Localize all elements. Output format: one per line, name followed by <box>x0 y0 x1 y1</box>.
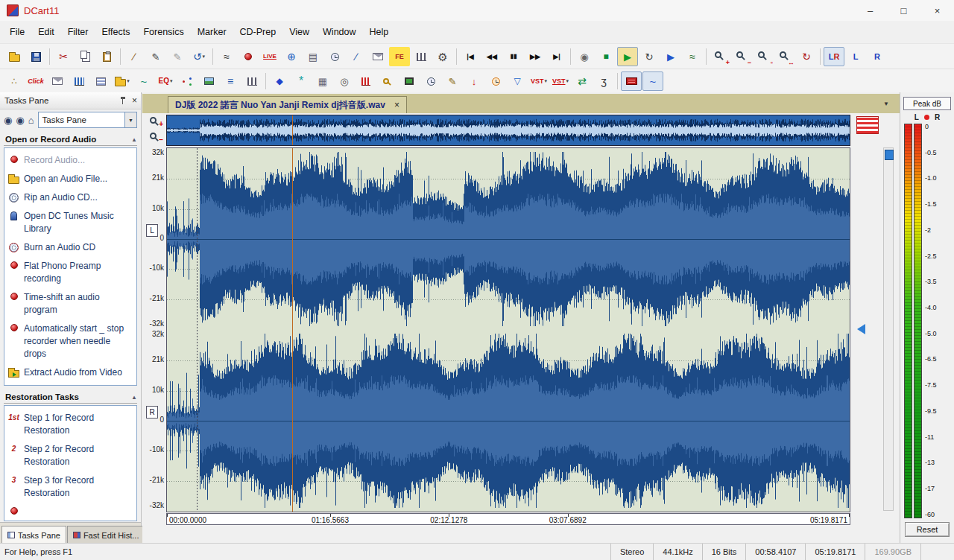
fast-forward-button[interactable]: ▶▶ <box>525 47 546 66</box>
comb-filter-button[interactable] <box>241 71 262 91</box>
zoom-out-button[interactable]: − <box>731 47 752 66</box>
scope-display-icon[interactable] <box>856 116 879 134</box>
equalizer-button[interactable]: EQ▾ <box>155 71 176 91</box>
filter-stack-button[interactable]: ≡ <box>220 71 241 91</box>
record-button[interactable]: ◉ <box>574 47 595 66</box>
menu-view[interactable]: View <box>282 23 316 41</box>
scalpel-tool-button[interactable]: ✎ <box>167 47 188 66</box>
task-item[interactable]: Automatically start _ stop recorder when… <box>6 319 135 363</box>
curve-tool-button[interactable]: ~ <box>133 71 154 91</box>
download-marker-button[interactable]: ↓ <box>464 71 484 91</box>
channel-left-button[interactable]: L <box>845 47 866 66</box>
live-mode-button[interactable]: LIVE <box>259 47 280 66</box>
mixer-console-button[interactable] <box>411 47 432 66</box>
menu-help[interactable]: Help <box>363 23 396 41</box>
task-item[interactable]: 3Step 3 for Record Restoration <box>6 471 135 503</box>
main-waveform[interactable] <box>166 147 850 512</box>
task-item[interactable]: 1stStep 1 for Record Restoration <box>6 409 135 440</box>
meter-reset-button[interactable]: Reset <box>905 522 950 537</box>
paste-clipboard-button[interactable] <box>96 47 117 66</box>
vertical-zoom-in-button[interactable]: + <box>148 115 165 130</box>
vertical-zoom-out-button[interactable]: − <box>148 130 165 145</box>
task-item[interactable]: Burn an Audio CD <box>6 238 135 257</box>
equalizer-dropdown-icon[interactable]: ▾ <box>170 78 173 84</box>
task-item[interactable]: Flat Phono Preamp recording <box>6 257 135 288</box>
mesh-filter-button[interactable]: ▦ <box>312 71 333 91</box>
task-item[interactable]: Record Audio... <box>6 151 135 170</box>
cut-selection-button[interactable]: ✂ <box>53 47 74 66</box>
menu-file[interactable]: File <box>3 23 31 41</box>
settings-gear-button[interactable]: ⚙ <box>432 47 453 66</box>
menu-cd-prep[interactable]: CD-Prep <box>233 23 283 41</box>
scheduler-clock-button[interactable] <box>324 47 345 66</box>
task-item[interactable]: Time-shift an audio program <box>6 288 135 319</box>
vertical-scrollbar[interactable] <box>883 147 894 511</box>
task-item[interactable] <box>6 503 135 518</box>
waveform-marker-button[interactable]: ≈ <box>216 47 237 66</box>
stereo-lr-button[interactable]: LR <box>824 47 844 66</box>
bass-clef-tool-button[interactable]: ʒ <box>593 71 614 91</box>
declick-tool-button[interactable]: Click <box>25 71 46 91</box>
rewind-button[interactable]: ◀◀ <box>481 47 502 66</box>
key-finder-button[interactable] <box>377 71 398 91</box>
zoom-refresh-button[interactable]: ↻ <box>796 47 817 66</box>
undo-button[interactable]: ↺▾ <box>189 47 209 66</box>
vst-plugins-dropdown-icon[interactable]: ▾ <box>545 78 548 84</box>
go-to-start-button[interactable]: |◀ <box>460 47 481 66</box>
chevron-down-icon[interactable]: ▼ <box>124 112 136 127</box>
web-globe-button[interactable]: ⊕ <box>281 47 302 66</box>
pause-button[interactable]: ▮▮ <box>503 47 524 66</box>
swap-channels-button[interactable]: ⇄ <box>572 71 593 91</box>
close-button[interactable]: × <box>920 0 954 21</box>
menu-effects[interactable]: Effects <box>95 23 136 41</box>
spectrogram-view-button[interactable] <box>90 71 111 91</box>
menu-filter[interactable]: Filter <box>61 23 95 41</box>
menu-edit[interactable]: Edit <box>31 23 61 41</box>
pane-tab-tasks-pane[interactable]: Tasks Pane <box>1 526 66 544</box>
picture-view-button[interactable] <box>198 71 219 91</box>
preview-filtered-button[interactable]: ▶ <box>660 47 681 66</box>
task-item[interactable]: Open DC Tunes Music Library <box>6 207 135 238</box>
level-meter-bars-button[interactable] <box>356 71 376 91</box>
task-item[interactable]: 2Step 2 for Record Restoration <box>6 440 135 471</box>
collapse-icon[interactable]: ▴ <box>133 136 136 143</box>
play-button[interactable]: ▶ <box>617 47 638 66</box>
file-converter-button[interactable]: ▾ <box>112 71 133 91</box>
control-bar-toggle-button[interactable] <box>621 71 642 91</box>
tab-list-dropdown-icon[interactable]: ▼ <box>883 101 889 107</box>
collapse-icon[interactable]: ▴ <box>133 394 136 401</box>
wave-view-toggle-button[interactable]: ~ <box>642 71 663 91</box>
pane-tab-fast-edit-hist-[interactable]: Fast Edit Hist... <box>67 526 145 544</box>
zoom-all-button[interactable]: ↔ <box>774 47 795 66</box>
alarm-clock-button[interactable] <box>485 71 506 91</box>
patch-bay-button[interactable] <box>177 71 198 91</box>
tasks-pane-close-icon[interactable]: × <box>132 95 137 106</box>
loop-play-button[interactable]: ↻ <box>639 47 660 66</box>
back-button[interactable]: ◉ <box>4 115 12 125</box>
document-tab[interactable]: DJ版 2022 諾言 Nuo Yan Janji Remix dj抖音版.wa… <box>168 96 407 113</box>
task-item[interactable]: Rip an Audio CD... <box>6 188 135 207</box>
menu-window[interactable]: Window <box>316 23 362 41</box>
channel-boundary-marker[interactable] <box>852 324 865 334</box>
undo-dropdown-icon[interactable]: ▾ <box>203 54 206 60</box>
pane-selector-dropdown[interactable]: Tasks Pane ▼ <box>38 112 137 128</box>
zoom-selection-button[interactable]: ▫ <box>753 47 774 66</box>
pencil-edit-tool-button[interactable]: ✎ <box>145 47 166 66</box>
gem-preset-button[interactable]: ◆ <box>269 71 290 91</box>
channel-right-button[interactable]: R <box>867 47 888 66</box>
task-item[interactable]: Extract Audio from Video <box>6 363 135 382</box>
orbit-tool-button[interactable]: ◎ <box>334 71 355 91</box>
funnel-filter-button[interactable]: ▽ <box>507 71 528 91</box>
envelope-editor-button[interactable] <box>47 71 68 91</box>
vst-chain-dropdown-icon[interactable]: ▾ <box>566 78 569 84</box>
spray-tool-button[interactable]: ∴ <box>4 71 25 91</box>
go-to-end-button[interactable]: ▶| <box>546 47 567 66</box>
overview-waveform[interactable] <box>166 115 850 146</box>
stop-playback-button[interactable]: ■ <box>596 47 616 66</box>
tab-close-icon[interactable]: × <box>394 100 399 110</box>
minimize-button[interactable]: – <box>853 0 887 21</box>
menu-marker[interactable]: Marker <box>191 23 233 41</box>
spectrum-analyzer-button[interactable] <box>69 71 89 91</box>
home-button[interactable]: ⌂ <box>28 115 34 125</box>
fast-edit-button[interactable]: FE <box>389 47 410 66</box>
